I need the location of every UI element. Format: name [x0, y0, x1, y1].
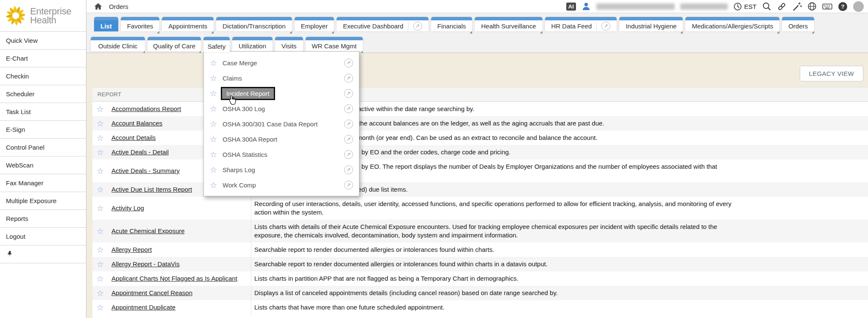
- globe-icon[interactable]: [807, 2, 817, 11]
- report-link[interactable]: Appointment Cancel Reason: [111, 289, 192, 297]
- menu-item[interactable]: ☆ Incident Report ↗: [204, 86, 359, 101]
- keyboard-icon[interactable]: [822, 2, 832, 11]
- sidebar-item[interactable]: WebScan: [0, 156, 86, 174]
- tab[interactable]: Orders ↗: [782, 17, 814, 31]
- tab[interactable]: HR Data Feed ↗: [545, 17, 617, 31]
- favorite-star-icon[interactable]: ☆: [97, 246, 104, 254]
- avatar[interactable]: [853, 1, 864, 12]
- menu-item[interactable]: ☆ OSHA 300A Report ↗: [204, 131, 359, 147]
- external-link-icon[interactable]: ↗: [344, 89, 353, 98]
- menu-item[interactable]: ☆ Claims ↗: [204, 70, 359, 86]
- favorite-star-icon[interactable]: ☆: [97, 167, 104, 175]
- tab-label: Executive Dashboard: [343, 22, 403, 30]
- favorite-star-icon[interactable]: ☆: [210, 59, 220, 67]
- favorite-star-icon[interactable]: ☆: [210, 135, 220, 143]
- favorite-star-icon[interactable]: ☆: [97, 148, 104, 156]
- report-link[interactable]: Accommodations Report: [111, 105, 181, 113]
- menu-item[interactable]: ☆ OSHA 300 Log ↗: [204, 101, 359, 116]
- tab[interactable]: Quality of Care ↗: [147, 37, 201, 51]
- report-link[interactable]: Account Balances: [111, 119, 162, 128]
- tab[interactable]: Medications/Allergies/Scripts ↗: [685, 17, 779, 31]
- menu-item[interactable]: ☆ Case Merge ↗: [204, 55, 359, 70]
- tab[interactable]: Favorites ↗: [121, 17, 160, 31]
- tab[interactable]: Employer ↗: [295, 17, 334, 31]
- report-link[interactable]: Allergy Report - DataVis: [111, 260, 180, 268]
- tab[interactable]: Financials ↗: [431, 17, 473, 31]
- tab[interactable]: Industrial Hygiene ↗: [619, 17, 683, 31]
- report-name-cell: ☆ Acute Chemical Exposure: [92, 220, 251, 243]
- sidebar-item[interactable]: E-Chart: [0, 50, 86, 67]
- tab[interactable]: Appointments ↗: [162, 17, 214, 31]
- favorite-star-icon[interactable]: ☆: [97, 105, 104, 113]
- tab[interactable]: Executive Dashboard ↗: [337, 17, 428, 31]
- tab[interactable]: Outside Clinic ↗: [91, 37, 145, 51]
- favorite-star-icon[interactable]: ☆: [210, 105, 220, 113]
- external-link-icon[interactable]: ↗: [344, 74, 353, 83]
- menu-item[interactable]: ☆ OSHA Statistics ↗: [204, 147, 359, 162]
- menu-item[interactable]: ☆ OSHA 300/301 Case Data Report ↗: [204, 116, 359, 131]
- wand-icon[interactable]: [792, 2, 802, 11]
- external-link-icon[interactable]: ↗: [344, 120, 353, 128]
- tab[interactable]: Utilization ↗: [232, 37, 273, 51]
- favorite-star-icon[interactable]: ☆: [210, 166, 220, 174]
- favorite-star-icon[interactable]: ☆: [97, 186, 104, 194]
- home-icon[interactable]: [94, 2, 103, 11]
- tab[interactable]: Dictation/Transcription ↗: [216, 17, 292, 31]
- sidebar-item-label: E-Chart: [6, 55, 28, 62]
- report-link[interactable]: Active Due List Items Report: [111, 185, 192, 194]
- menu-item[interactable]: ☆ Sharps Log ↗: [204, 162, 359, 177]
- sidebar-item[interactable]: Task List: [0, 103, 86, 121]
- sidebar-item[interactable]: Multiple Exposure: [0, 192, 86, 210]
- favorite-star-icon[interactable]: ☆: [97, 289, 104, 297]
- external-link-icon[interactable]: ↗: [344, 165, 353, 174]
- tab[interactable]: Visits ↗: [275, 37, 303, 51]
- favorite-star-icon[interactable]: ☆: [210, 89, 220, 98]
- favorite-star-icon[interactable]: ☆: [97, 134, 104, 142]
- favorite-star-icon[interactable]: ☆: [210, 151, 220, 159]
- report-link[interactable]: Appointment Duplicate: [111, 303, 175, 312]
- tab[interactable]: Health Surveillance ↗: [475, 17, 542, 31]
- menu-item-label: OSHA 300A Report: [223, 136, 277, 143]
- external-link-icon[interactable]: ↗: [344, 104, 353, 113]
- tab[interactable]: List ↗: [94, 17, 118, 31]
- sidebar-item[interactable]: Checkin: [0, 67, 86, 85]
- report-link[interactable]: Account Details: [111, 134, 156, 142]
- report-link[interactable]: Active Deals - Summary: [111, 167, 180, 175]
- external-link-icon[interactable]: ↗: [344, 135, 353, 144]
- sidebar-item[interactable]: Logout: [0, 228, 86, 245]
- tab-label: Dictation/Transcription: [223, 22, 286, 30]
- favorite-star-icon[interactable]: ☆: [97, 120, 104, 128]
- external-link-icon[interactable]: ↗: [344, 181, 353, 190]
- help-icon[interactable]: ?: [838, 2, 848, 11]
- favorite-star-icon[interactable]: ☆: [97, 204, 104, 212]
- report-link[interactable]: Allergy Report: [111, 245, 152, 254]
- sidebar-item[interactable]: Fax Manager: [0, 174, 86, 192]
- legacy-view-button[interactable]: LEGACY VIEW: [800, 66, 863, 81]
- link-icon[interactable]: [777, 2, 787, 11]
- external-link-icon[interactable]: ↗: [344, 59, 353, 67]
- favorite-star-icon[interactable]: ☆: [210, 181, 220, 189]
- report-link[interactable]: Applicant Charts Not Flagged as Is Appli…: [111, 274, 237, 283]
- favorite-star-icon[interactable]: ☆: [210, 120, 220, 128]
- tab[interactable]: Safety ↗: [203, 37, 230, 52]
- favorite-star-icon[interactable]: ☆: [97, 260, 104, 268]
- search-icon[interactable]: [762, 2, 771, 11]
- external-link-icon[interactable]: ↗: [344, 150, 353, 159]
- sidebar-item[interactable]: Control Panel: [0, 139, 86, 156]
- report-link[interactable]: Active Deals - Detail: [111, 148, 169, 156]
- timezone-indicator[interactable]: EST: [733, 2, 757, 11]
- ai-badge[interactable]: AI: [566, 3, 576, 11]
- sidebar-item[interactable]: E-Sign: [0, 121, 86, 139]
- report-link[interactable]: Activity Log: [111, 204, 144, 212]
- sidebar-pin[interactable]: [0, 245, 86, 263]
- tab[interactable]: WR Case Mgmt ↗: [306, 37, 363, 51]
- report-link[interactable]: Acute Chemical Exposure: [111, 227, 185, 235]
- favorite-star-icon[interactable]: ☆: [97, 275, 104, 283]
- sidebar-item[interactable]: Scheduler: [0, 85, 86, 103]
- favorite-star-icon[interactable]: ☆: [97, 227, 104, 235]
- favorite-star-icon[interactable]: ☆: [210, 74, 220, 82]
- sidebar-item[interactable]: Quick View: [0, 32, 86, 50]
- sidebar-item[interactable]: Reports: [0, 210, 86, 228]
- favorite-star-icon[interactable]: ☆: [97, 304, 104, 312]
- menu-item[interactable]: ☆ Work Comp ↗: [204, 177, 359, 192]
